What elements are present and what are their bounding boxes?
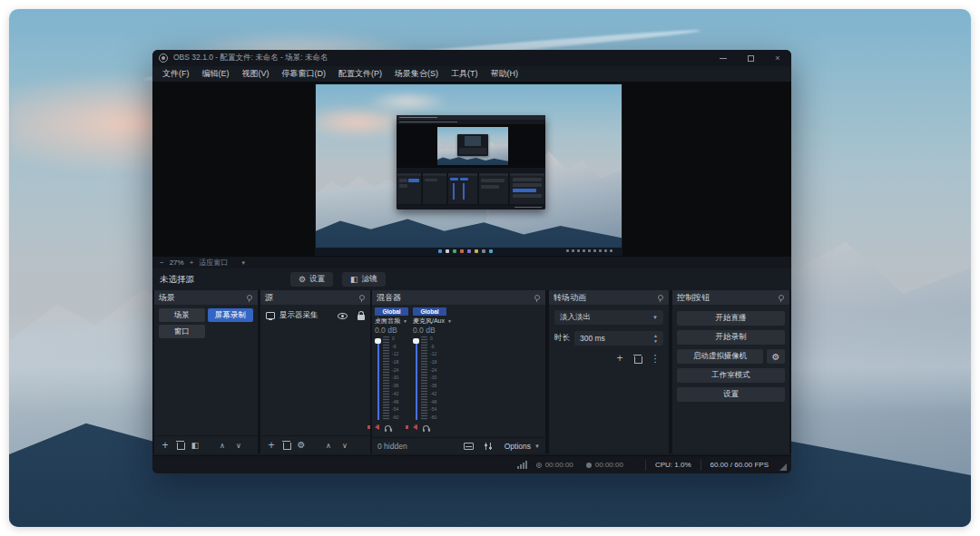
monitor-headphones-icon[interactable] (385, 425, 391, 430)
divider (645, 460, 646, 471)
preview-video-canvas[interactable] (316, 84, 622, 255)
advanced-audio-icon[interactable] (485, 443, 494, 450)
pin-icon[interactable] (533, 294, 541, 302)
scenes-header[interactable]: 场景 (154, 290, 258, 305)
controls-title: 控制按钮 (677, 292, 710, 304)
source-filters-label: 滤镜 (362, 274, 377, 285)
menu-view[interactable]: 视图(V) (236, 66, 276, 82)
start-virtualcam-button[interactable]: 启动虚拟摄像机 (677, 349, 763, 364)
monitor-headphones-icon[interactable] (423, 425, 429, 430)
record-status-icon (586, 463, 592, 468)
pin-icon[interactable] (656, 294, 664, 302)
source-properties-gear-button[interactable] (296, 440, 307, 450)
zoom-out-button[interactable]: − (160, 258, 164, 267)
maximize-button[interactable] (737, 50, 764, 66)
channel-name-dropdown[interactable]: 桌面音频 (375, 316, 408, 326)
transition-current-label: 淡入淡出 (560, 312, 591, 323)
titlebar[interactable]: OBS 32.1.0 - 配置文件: 未命名 - 场景: 未命名 × (152, 50, 791, 66)
menu-edit[interactable]: 编辑(E) (196, 66, 236, 82)
source-properties-button[interactable]: 设置 (290, 272, 333, 287)
start-recording-button[interactable]: 开始录制 (677, 330, 785, 345)
preview-mini-badge (460, 178, 468, 180)
source-up-button[interactable] (323, 440, 334, 450)
scene-up-button[interactable] (217, 440, 228, 450)
lock-icon[interactable] (358, 315, 365, 320)
transitions-header[interactable]: 转场动画 (549, 290, 669, 305)
gear-icon (299, 275, 306, 284)
mute-speaker-icon[interactable] (375, 424, 379, 430)
resize-grip[interactable] (779, 463, 787, 471)
options-label: Options (505, 442, 531, 451)
zoom-mode-dropdown[interactable]: 适应窗口 (199, 258, 246, 268)
visibility-eye-icon[interactable] (338, 313, 348, 319)
record-time: 00:00:00 (595, 461, 623, 469)
menu-help[interactable]: 帮助(H) (485, 66, 525, 82)
transition-select[interactable]: 淡入淡出 (554, 310, 663, 325)
preview-taskbar-tray (566, 249, 612, 252)
preview-taskbar (316, 248, 622, 255)
mixer-header[interactable]: 混音器 (372, 290, 545, 305)
scene-down-button[interactable] (233, 440, 244, 450)
zoom-in-button[interactable]: + (190, 258, 194, 267)
preview-mini-video (437, 127, 508, 165)
window-controls: × (710, 50, 791, 66)
preview-mini-control-button (513, 178, 542, 181)
volume-fader[interactable] (375, 336, 381, 420)
sources-header[interactable]: 源 (260, 290, 370, 305)
divider (701, 460, 701, 471)
preview-mini-scene (399, 179, 407, 182)
close-button[interactable]: × (764, 50, 791, 66)
settings-button[interactable]: 设置 (677, 387, 785, 402)
filter-icon (350, 275, 358, 284)
spinner-arrows[interactable]: ▲▼ (653, 334, 658, 344)
mixer-options-button[interactable]: Options (505, 442, 540, 451)
preview-mini-meter (453, 183, 455, 200)
pin-icon[interactable] (777, 294, 785, 302)
channel-name-dropdown[interactable]: 麦克风/Aux (413, 316, 446, 326)
mixer-body: Global 桌面音频 0.0 dB 0-6-12-18-24-30-36-42… (372, 305, 545, 437)
transitions-title: 转场动画 (554, 292, 586, 304)
menu-profile[interactable]: 配置文件(P) (332, 66, 388, 82)
source-item[interactable]: 显示器采集 (260, 307, 370, 324)
source-filters-button[interactable]: 滤镜 (342, 272, 386, 287)
scene-filters-button[interactable] (190, 440, 201, 450)
sources-toolbar (260, 435, 370, 453)
mixer-layout-icon[interactable] (464, 443, 474, 450)
volume-fader[interactable] (413, 336, 419, 420)
source-down-button[interactable] (339, 440, 350, 450)
duration-spinbox[interactable]: 300 ms ▲▼ (574, 331, 663, 346)
preview-mini-statusbar (397, 205, 545, 210)
menu-file[interactable]: 文件(F) (156, 66, 196, 82)
controls-header[interactable]: 控制按钮 (672, 290, 789, 305)
minimize-button[interactable] (710, 50, 737, 66)
virtualcam-config-button[interactable] (767, 349, 785, 364)
pin-icon[interactable] (358, 294, 366, 302)
preview-mini-badge (450, 178, 458, 180)
remove-scene-button[interactable] (176, 441, 184, 449)
menu-docks[interactable]: 停靠窗口(D) (276, 66, 333, 82)
preview-mini-source-row (425, 179, 437, 181)
menu-tools[interactable]: 工具(T) (445, 66, 485, 82)
add-source-button[interactable] (266, 439, 277, 452)
scene-item[interactable]: 窗口 (159, 325, 205, 338)
start-streaming-button[interactable]: 开始直播 (677, 311, 785, 326)
add-scene-button[interactable] (160, 439, 171, 452)
transition-more-button[interactable] (649, 352, 662, 365)
scene-item-selected[interactable]: 屏幕录制 (208, 308, 254, 322)
preview-mini-obs-window (397, 115, 545, 210)
window-title: OBS 32.1.0 - 配置文件: 未命名 - 场景: 未命名 (173, 53, 328, 63)
add-transition-button[interactable] (613, 352, 626, 365)
meter-scale: 0-6-12-18-24-30-36-42-48-54-60 (391, 336, 398, 420)
sources-list: 显示器采集 (260, 305, 370, 435)
remove-source-button[interactable] (282, 441, 290, 449)
menu-scene-collection[interactable]: 场景集合(S) (388, 66, 445, 82)
studio-mode-button[interactable]: 工作室模式 (677, 368, 785, 383)
mute-speaker-icon[interactable] (413, 424, 417, 430)
hidden-count: 0 hidden (377, 442, 407, 451)
sources-panel: 源 显示器采集 (260, 290, 370, 453)
signal-bars-icon (517, 461, 527, 469)
remove-transition-button[interactable] (633, 355, 642, 363)
scene-item[interactable]: 场景 (159, 308, 205, 322)
pin-icon[interactable] (245, 294, 253, 302)
duration-label: 时长 (554, 333, 570, 344)
